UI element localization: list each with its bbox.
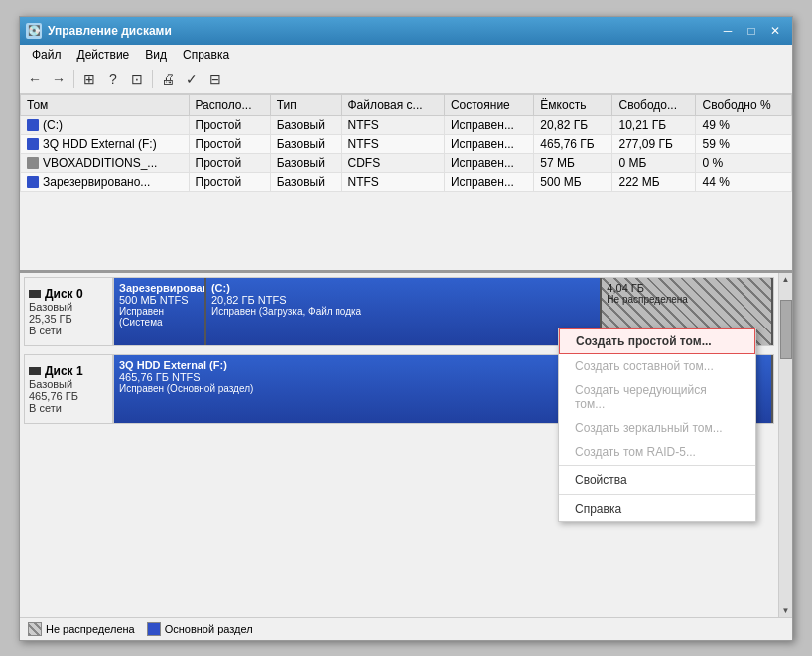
context-item-0[interactable]: Создать простой том... [559,328,755,354]
cell-status: Исправен... [444,134,533,153]
cell-status: Исправен... [444,115,533,134]
table-row[interactable]: Зарезервировано... Простой Базовый NTFS … [21,172,792,191]
cell-location: Простой [189,134,270,153]
cell-fs: NTFS [341,115,444,134]
toolbar-btn-4[interactable]: 🖨 [157,68,179,90]
cell-free: 277,09 ГБ [612,134,696,153]
cell-name: 3Q HDD External (F:) [21,134,190,153]
disk-label-0: Диск 0 Базовый 25,35 ГБ В сети [24,277,113,346]
scroll-thumb[interactable] [780,300,792,359]
cell-location: Простой [189,172,270,191]
cell-fs: CDFS [341,153,444,172]
menu-action[interactable]: Действие [69,46,138,64]
toolbar-btn-6[interactable]: ⊟ [204,68,226,90]
cell-name: VBOXADDITIONS_... [21,153,190,172]
cell-free-pct: 59 % [696,134,792,153]
partition-info: 4,04 ГБ [607,282,766,294]
disk-type: Базовый [29,301,108,313]
forward-button[interactable]: → [48,68,69,90]
context-item-1: Создать составной том... [559,354,755,378]
scroll-up[interactable]: ▲ [779,273,792,286]
toolbar-separator-1 [73,70,74,88]
legend: Не распределена Основной раздел [20,617,792,640]
col-status[interactable]: Состояние [444,94,533,115]
disk-section: Диск 0 Базовый 25,35 ГБ В сети Зарезерви… [20,273,778,617]
partition-0-0[interactable]: Зарезервировано 500 МБ NTFS Исправен (Си… [114,278,206,345]
disk-name: Диск 0 [29,287,108,301]
table-row[interactable]: (C:) Простой Базовый NTFS Исправен... 20… [21,115,792,134]
cell-status: Исправен... [444,153,533,172]
context-menu-separator [559,494,755,495]
col-free[interactable]: Свободо... [612,94,696,115]
disk-status: В сети [29,402,108,414]
disk-size: 465,76 ГБ [29,390,108,402]
toolbar-separator-2 [152,70,153,88]
cell-free: 10,21 ГБ [612,115,696,134]
partition-0-1[interactable]: (C:) 20,82 ГБ NTFS Исправен (Загрузка, Ф… [206,278,602,345]
main-content: Том Располо... Тип Файловая с... Состоян… [20,94,792,640]
cell-free-pct: 44 % [696,172,792,191]
legend-label-primary: Основной раздел [165,623,253,635]
partition-subinfo: Не распределена [607,294,766,305]
disk-type: Базовый [29,378,108,390]
disk-size: 25,35 ГБ [29,313,108,325]
toolbar-btn-1[interactable]: ⊞ [78,68,100,90]
maximize-button[interactable]: □ [741,22,762,40]
context-item-2: Создать чередующийся том... [559,378,755,416]
legend-box-primary [147,622,161,636]
cell-status: Исправен... [444,172,533,191]
cell-name: Зарезервировано... [21,172,190,191]
disk-name: Диск 1 [29,364,108,378]
context-item-3: Создать зеркальный том... [559,416,755,440]
partition-info: 500 МБ NTFS [119,294,200,306]
context-item-8[interactable]: Справка [559,497,755,521]
partition-label: (C:) [211,282,595,294]
legend-unallocated: Не распределена [28,622,135,636]
cell-free: 222 МБ [612,172,696,191]
legend-label-unallocated: Не распределена [46,623,135,635]
cell-capacity: 20,82 ГБ [534,115,612,134]
menu-bar: Файл Действие Вид Справка [20,45,792,66]
app-icon: 💽 [26,23,42,39]
cell-type: Базовый [270,115,341,134]
cell-free-pct: 0 % [696,153,792,172]
back-button[interactable]: ← [24,68,46,90]
col-fs[interactable]: Файловая с... [341,94,444,115]
cell-capacity: 465,76 ГБ [534,134,612,153]
close-button[interactable]: ✕ [764,22,786,40]
toolbar-btn-3[interactable]: ⊡ [126,68,148,90]
cell-fs: NTFS [341,134,444,153]
cell-location: Простой [189,115,270,134]
window-title: Управление дисками [48,24,172,38]
cell-capacity: 57 МБ [534,153,612,172]
legend-box-unallocated [28,622,42,636]
col-free-pct[interactable]: Свободно % [696,94,792,115]
scroll-down[interactable]: ▼ [779,604,792,617]
disk-status: В сети [29,325,108,336]
col-location[interactable]: Располо... [189,94,270,115]
cell-free-pct: 49 % [696,115,792,134]
cell-location: Простой [189,153,270,172]
table-row[interactable]: 3Q HDD External (F:) Простой Базовый NTF… [21,134,792,153]
volume-table: Том Располо... Тип Файловая с... Состоян… [20,94,792,192]
table-row[interactable]: VBOXADDITIONS_... Простой Базовый CDFS И… [21,153,792,172]
col-type[interactable]: Тип [270,94,341,115]
partition-subinfo: Исправен (Система [119,306,200,328]
menu-view[interactable]: Вид [137,46,175,64]
partition-info: 20,82 ГБ NTFS [211,294,595,306]
title-controls: ─ □ ✕ [717,22,786,40]
menu-help[interactable]: Справка [175,46,237,64]
cell-name: (C:) [21,115,190,134]
col-tom[interactable]: Том [21,94,190,115]
cell-capacity: 500 МБ [534,172,612,191]
col-capacity[interactable]: Ёмкость [534,94,612,115]
cell-type: Базовый [270,172,341,191]
legend-primary: Основной раздел [147,622,253,636]
toolbar-btn-5[interactable]: ✓ [181,68,203,90]
menu-file[interactable]: Файл [24,46,69,64]
partition-subinfo: Исправен (Загрузка, Файл подка [211,306,595,317]
context-item-6[interactable]: Свойства [559,468,755,492]
toolbar: ← → ⊞ ? ⊡ 🖨 ✓ ⊟ [20,66,792,94]
toolbar-btn-2[interactable]: ? [102,68,124,90]
minimize-button[interactable]: ─ [717,22,739,40]
